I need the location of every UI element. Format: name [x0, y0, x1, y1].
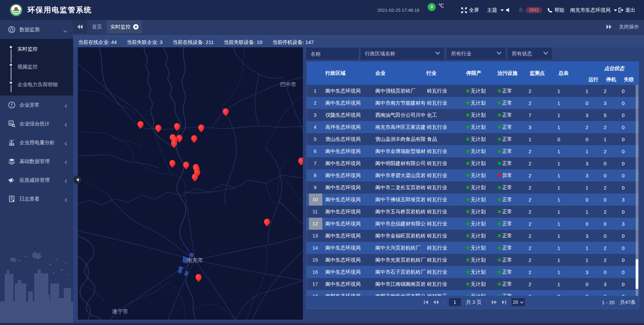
cell-limit-status: 无计划	[455, 281, 494, 287]
table-row[interactable]: 18南部生态环境局南部县致华水泥有限公砖材加工无计划正常60060	[307, 290, 639, 296]
tab-home[interactable]: 首页	[87, 20, 107, 34]
cell-limit-status: 无计划	[455, 209, 494, 215]
sidebar-item-企业异常[interactable]: 企业异常	[0, 96, 73, 114]
table-row[interactable]: 16阆中生态环境局阆中市石子页岩机砖厂砖瓦行业无计划正常21300	[307, 266, 639, 278]
sidebar-subitem-视频监控[interactable]: 视频监控	[0, 58, 73, 76]
fullscreen-button[interactable]: 全屏	[461, 0, 479, 20]
tab-realtime-monitor[interactable]: 实时监控	[107, 20, 142, 34]
chevron-down-icon	[520, 301, 524, 304]
table-row[interactable]: 10阆中生态环境局阆中千佛镇五郎垭页岩砖瓦行业无计划正常21003	[307, 194, 639, 206]
close-operations-button[interactable]: 关闭操作	[619, 24, 639, 30]
industry-filter-select[interactable]: 所有行业	[447, 48, 505, 60]
help-label: 帮助	[554, 7, 565, 13]
cell-industry: 砖瓦行业	[426, 184, 455, 191]
theme-menu[interactable]: 主题	[487, 0, 504, 20]
last-page-button[interactable]	[502, 300, 506, 305]
page-size-select[interactable]: 20	[511, 298, 526, 307]
map-label-巴中市: 巴中市	[280, 81, 296, 88]
page-number-input[interactable]	[448, 298, 461, 307]
table-row[interactable]: 15阆中生态环境局阆中市光富页岩机砖厂砖瓦行业无计划正常21120	[307, 254, 639, 266]
table-row[interactable]: 5营山生态环境局营山县润丰肉食品有限食品无计划正常10010	[307, 133, 639, 145]
cell-facility-status: 正常	[494, 136, 518, 143]
double-chevron-right-icon[interactable]	[606, 24, 611, 29]
status-dot-green	[466, 234, 470, 237]
tab-close-icon[interactable]	[133, 24, 139, 30]
table-row[interactable]: 4高坪生态环境局南充市高坪区王家店建砖瓦行业无计划正常31220	[307, 121, 639, 133]
table-scrollbar-thumb[interactable]	[636, 259, 638, 289]
cell-company: 阆中市枣碧大梁山页岩	[373, 172, 426, 179]
table-row[interactable]: 6阆中生态环境局阆中市金博瑞新型墙材砖瓦行业无计划正常21120	[307, 145, 639, 157]
sidebar-item-日志查看[interactable]: 日志查看	[0, 189, 73, 208]
table-row[interactable]: 17阆中生态环境局阆中市江南镇阆南页岩砖瓦行业无计划正常21030	[307, 278, 639, 290]
sidebar-subitem-label: 企业电力负荷明细	[17, 82, 58, 88]
table-row[interactable]: 3仪陇生态环境局西南油气田分公司川中化工无计划正常71350	[307, 109, 639, 121]
sidebar-subitem-实时监控[interactable]: 实时监控	[0, 40, 73, 58]
help-button[interactable]: 帮助	[547, 0, 565, 20]
facility-status-text: 正常	[502, 233, 512, 239]
cell-limit-status: 无计划	[455, 112, 494, 118]
table-row[interactable]: 9阆中生态环境局阆中市二龙长宝页岩砖砖瓦行业无计划正常21120	[307, 181, 639, 194]
sidebar-subitem-企业电力负荷明细[interactable]: 企业电力负荷明细	[0, 76, 73, 94]
header-datetime: 2021-02-25 17:46:18	[377, 0, 419, 20]
logout-icon	[618, 7, 623, 13]
first-page-button[interactable]	[424, 300, 428, 305]
sidebar-collapse-button[interactable]	[73, 176, 82, 184]
status-dot-green	[498, 150, 501, 153]
cell-limit-status: 无计划	[455, 257, 494, 263]
region-filter-value: 行政区域名称	[365, 51, 395, 57]
cell-points: 2	[518, 245, 542, 251]
status-dot-green	[466, 246, 470, 250]
tab-home-label: 首页	[92, 24, 102, 30]
tabs-scroll-left-button[interactable]	[73, 20, 87, 34]
submenu-dot-icon	[9, 63, 13, 67]
region-filter-select[interactable]: 行政区域名称	[361, 48, 444, 60]
table-row[interactable]: 14阆中生态环境局阆中大兴页岩机砖厂砖瓦行业无计划正常21120	[307, 242, 639, 254]
cell-region: 营山生态环境局	[323, 136, 373, 143]
cell-stopped: 3	[598, 281, 612, 287]
drop-gauge-icon	[8, 26, 15, 33]
sidebar-item-企业用电量分析[interactable]: 企业用电量分析	[0, 133, 73, 152]
table-row[interactable]: 8阆中生态环境局阆中市枣碧大梁山页岩砖瓦行业无计划异常21300	[307, 169, 639, 181]
cell-offline: 0	[612, 281, 634, 287]
table-row[interactable]: 13阆中生态环境局阆中市金福旺页岩机砖砖瓦行业无计划正常21300	[307, 230, 639, 242]
table-row[interactable]: 12阆中生态环境局阆中市忠信建材有限公砖瓦行业无计划正常21003	[307, 218, 639, 230]
map-panel[interactable]: 巴中市南充市遂宁市	[78, 47, 303, 320]
table-row[interactable]: 7阆中生态环境局阆中明阳建材有限公司砖瓦行业无计划正常21300	[307, 157, 639, 169]
org-menu[interactable]: 南充市生态环境局	[570, 0, 617, 20]
table-row[interactable]: 2阆中生态环境局阆中市南方节能建材有砖瓦行业无计划正常21030	[307, 97, 639, 109]
cell-stopped: 0	[598, 269, 612, 275]
stat-2: 当前在线设备: 211	[173, 39, 214, 46]
sidebar-item-数据监测[interactable]: 数据监测	[0, 20, 73, 39]
cell-region: 阆中生态环境局	[323, 233, 373, 239]
cell-industry: 食品	[426, 136, 455, 143]
next-page-button[interactable]	[491, 300, 497, 305]
table-scrollbar[interactable]	[636, 85, 638, 296]
table-row[interactable]: 11阆中生态环境局阆中市五马桥页岩机砖砖瓦行业无计划正常21120	[307, 206, 639, 218]
cell-industry: 砖瓦行业	[426, 221, 455, 227]
notifications-button[interactable]: 2632	[518, 0, 542, 20]
col-industry: 行业	[426, 61, 436, 85]
sidebar-section-2: 企业综合统计	[0, 114, 73, 133]
status-dot-green	[466, 89, 470, 93]
row-index: 15	[307, 254, 323, 266]
mute-button[interactable]	[506, 0, 511, 20]
status-filter-value: 所有状态	[512, 51, 532, 57]
status-dot-green	[498, 186, 501, 189]
name-filter-input[interactable]	[306, 48, 359, 60]
tab-bar: 首页 实时监控 关闭操作	[73, 20, 644, 36]
col-facility: 治污设施	[497, 61, 518, 85]
status-dot-green	[498, 113, 501, 117]
logout-button[interactable]: 退出	[618, 0, 635, 20]
bottom-strip	[0, 323, 644, 325]
table-row[interactable]: 1阆中生态环境局阆中强锐页岩砖厂砖瓦行业无计划正常21120	[307, 85, 639, 97]
app-title: 环保用电监管系统	[28, 0, 92, 20]
sidebar-item-基础数据管理[interactable]: 基础数据管理	[0, 152, 73, 171]
cell-region: 阆中生态环境局	[323, 100, 373, 106]
chevron-left-icon	[65, 122, 67, 128]
status-filter-select[interactable]: 所有状态	[507, 48, 552, 60]
sidebar-item-应急减排管理[interactable]: 应急减排管理	[0, 171, 73, 189]
companies-table: 行政区域 企业 行业 停限产 治污设施 监测点 总表 点位状态 运行 停机 失联…	[307, 61, 639, 309]
prev-page-button[interactable]	[433, 300, 439, 305]
sidebar-item-企业综合统计[interactable]: 企业综合统计	[0, 114, 73, 133]
status-dot-green	[498, 246, 501, 250]
